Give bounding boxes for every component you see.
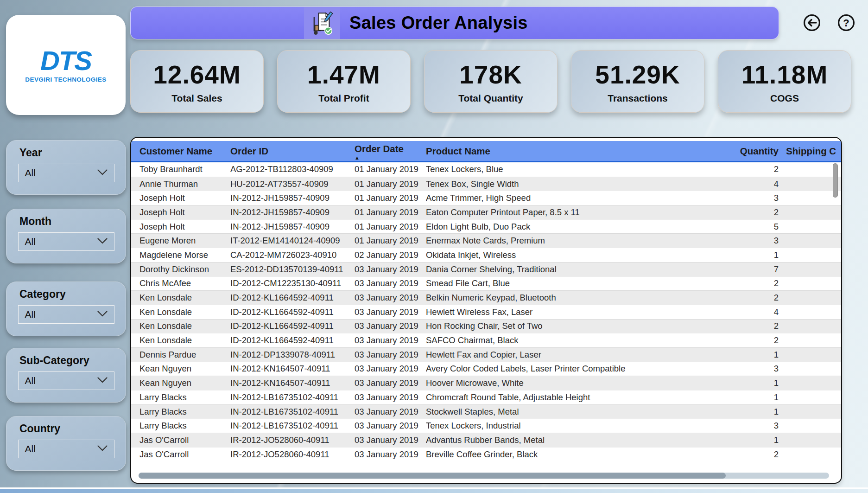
cell-order-date: 03 January 2019 [355,350,426,360]
cell-quantity: 5 [736,222,779,232]
table-row[interactable]: Larry BlacksIN-2012-LB16735102-4091103 J… [131,418,841,433]
nav-icons: ? [803,13,863,32]
table-row[interactable]: Magdelene MorseCA-2012-MM726023-4091002 … [131,248,841,262]
table-row[interactable]: Larry BlacksIN-2012-LB16735102-4091103 J… [131,404,841,419]
horizontal-scrollbar[interactable] [139,473,829,479]
cell-order-date: 03 January 2019 [355,407,426,417]
kpi-value: 1.47M [307,62,380,89]
cell-product-name: Dania Corner Shelving, Traditional [426,264,736,275]
column-header-shipping-c[interactable]: Shipping C [779,146,842,157]
cell-order-id: ID-2012-CM12235130-40911 [230,278,355,288]
cell-customer-name: Ken Lonsdale [139,307,230,317]
table-row[interactable]: Dennis PardueIN-2012-DP1339078-4091103 J… [131,347,841,362]
cell-quantity: 4 [736,307,779,317]
month-filter-dropdown[interactable]: All [18,232,114,251]
table-row[interactable]: Ken LonsdaleID-2012-KL1664592-4091103 Ja… [131,333,841,347]
cell-customer-name: Larry Blacks [139,421,230,431]
kpi-label: Total Profit [318,93,369,104]
cell-customer-name: Ken Lonsdale [139,321,230,331]
cell-quantity: 1 [736,350,779,360]
cell-product-name: SAFCO Chairmat, Black [426,335,736,346]
kpi-card-total-sales: 12.64MTotal Sales [130,50,264,113]
cell-order-date: 03 January 2019 [355,421,426,431]
cell-product-name: Tenex Lockers, Blue [426,164,736,174]
cell-product-name: Avery Color Coded Labels, Laser Printer … [426,364,736,374]
cell-quantity: 1 [736,435,779,445]
table-row[interactable]: Kean NguyenIN-2012-KN164507-4091103 Janu… [131,376,841,390]
cell-product-name: Breville Coffee Grinder, Black [426,449,736,460]
vertical-scrollbar-thumb[interactable] [833,163,838,198]
sub-category-filter-dropdown[interactable]: All [18,371,114,390]
cell-quantity: 4 [736,179,779,189]
filter-selected-value: All [25,309,36,320]
column-header-product-name[interactable]: Product Name [426,146,736,157]
table-row[interactable]: Jas O'CarrollIR-2012-JO528060-4091103 Ja… [131,433,841,447]
bottom-accent-band [0,487,868,493]
filter-label-country: Country [19,423,126,435]
table-row[interactable]: Ken LonsdaleID-2012-KL1664592-4091103 Ja… [131,290,841,305]
cell-quantity: 2 [736,293,779,303]
cell-quantity: 2 [736,164,779,174]
cell-customer-name: Joseph Holt [139,207,230,218]
table-row[interactable]: Kean NguyenIN-2012-KN164507-4091103 Janu… [131,362,841,376]
cell-order-id: IR-2012-JO528060-40911 [230,449,355,460]
vertical-scrollbar[interactable] [833,163,838,460]
table-row[interactable]: Larry BlacksIN-2012-LB16735102-4091103 J… [131,390,841,404]
filter-label-sub-category: Sub-Category [19,354,126,367]
cell-quantity: 3 [736,193,779,203]
cell-order-date: 01 January 2019 [355,236,426,246]
filter-label-month: Month [19,215,126,228]
cell-order-date: 03 January 2019 [355,435,426,445]
table-row[interactable]: Chris McAfeeID-2012-CM12235130-4091103 J… [131,276,841,291]
cell-customer-name: Dennis Pardue [139,350,230,360]
cell-product-name: Tenex Box, Single Width [426,179,736,189]
cell-order-id: IR-2012-JO528060-40911 [230,435,355,445]
cell-order-id: IN-2012-JH159857-40909 [230,222,355,232]
kpi-label: Total Sales [171,93,222,104]
category-filter-dropdown[interactable]: All [18,305,114,324]
year-filter-dropdown[interactable]: All [18,164,114,182]
title-bar: Sales Order Analysis [130,6,779,39]
logo-company-name: DEVGIRI TECHNOLOGIES [25,76,106,83]
cell-order-date: 03 January 2019 [355,278,426,288]
cell-order-date: 03 January 2019 [355,293,426,303]
cell-quantity: 3 [736,236,779,246]
cell-product-name: Acme Trimmer, High Speed [426,193,736,203]
cell-quantity: 1 [736,378,779,388]
cell-order-date: 03 January 2019 [355,364,426,374]
column-header-order-id[interactable]: Order ID [230,146,355,157]
kpi-card-cogs: 11.18MCOGS [718,50,851,113]
cell-order-id: CA-2012-MM726023-40910 [230,250,355,260]
orders-table: Customer NameOrder IDOrder Date▲Product … [130,137,842,484]
table-row[interactable]: Jas O'CarrollIR-2012-JO528060-4091103 Ja… [131,447,841,461]
cell-quantity: 2 [736,207,779,218]
column-header-order-date[interactable]: Order Date▲ [355,141,426,160]
cell-order-date: 03 January 2019 [355,264,426,275]
table-row[interactable]: Joseph HoltIN-2012-JH159857-4090901 Janu… [131,191,841,205]
country-filter-dropdown[interactable]: All [18,440,114,458]
column-header-quantity[interactable]: Quantity [736,146,779,157]
cell-order-date: 01 January 2019 [355,164,426,174]
help-button[interactable]: ? [837,13,855,32]
column-header-customer-name[interactable]: Customer Name [139,146,230,157]
back-button[interactable] [803,13,821,32]
cell-order-date: 03 January 2019 [355,335,426,346]
table-row[interactable]: Joseph HoltIN-2012-JH159857-4090901 Janu… [131,219,841,234]
cell-customer-name: Annie Thurman [139,179,230,189]
cell-quantity: 1 [736,250,779,260]
cell-quantity: 7 [736,264,779,275]
cell-product-name: Hewlett Fax and Copier, Laser [426,350,736,360]
table-row[interactable]: Dorothy DickinsonES-2012-DD13570139-4091… [131,262,841,276]
cell-customer-name: Chris McAfee [139,278,230,288]
table-row[interactable]: Annie ThurmanHU-2012-AT73557-4090901 Jan… [131,177,841,191]
table-row[interactable]: Eugene MorenIT-2012-EM14140124-4090901 J… [131,233,841,248]
horizontal-scrollbar-thumb[interactable] [139,473,726,479]
table-row[interactable]: Ken LonsdaleID-2012-KL1664592-4091103 Ja… [131,319,841,333]
table-row[interactable]: Joseph HoltIN-2012-JH159857-4090901 Janu… [131,205,841,219]
table-row[interactable]: Ken LonsdaleID-2012-KL1664592-4091103 Ja… [131,305,841,319]
filter-card-month: MonthAll [6,209,126,263]
cell-product-name: Enermax Note Cards, Premium [426,236,736,246]
cell-product-name: Hoover Microwave, White [426,378,736,388]
filter-selected-value: All [25,236,36,247]
table-row[interactable]: Toby BraunhardtAG-2012-TB112803-4090901 … [131,162,841,177]
